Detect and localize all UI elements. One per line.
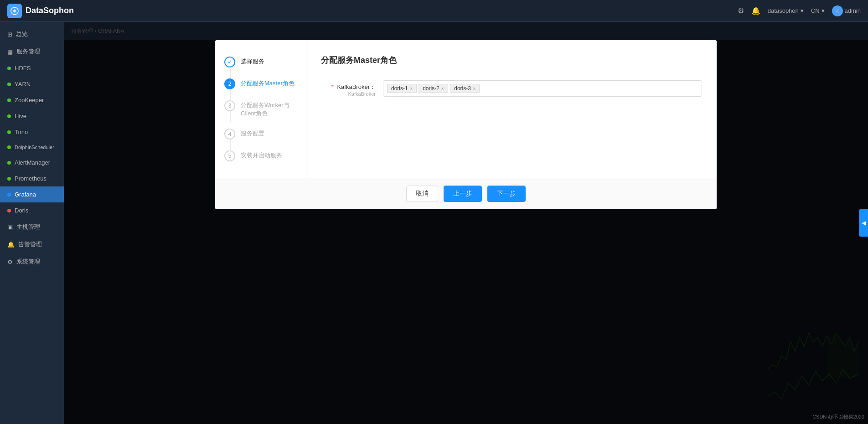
sidebar-item-alert-mgmt[interactable]: 🔔 告警管理 [0, 236, 64, 253]
overview-label: 总览 [16, 30, 28, 38]
sidebar-item-host-mgmt[interactable]: ▣ 主机管理 [0, 218, 64, 236]
admin-user[interactable]: A admin [832, 5, 861, 16]
step-1-label: 选择服务 [241, 57, 264, 66]
modal-footer: 取消 上一步 下一步 [215, 178, 717, 209]
doris-label: Doris [15, 207, 28, 214]
service-mgmt-label: 服务管理 [16, 47, 40, 56]
step-4-num: 4 [224, 129, 235, 140]
wizard-step-4: 4 服务配置 [215, 123, 306, 145]
host-mgmt-label: 主机管理 [16, 223, 40, 231]
required-star: * [331, 83, 334, 90]
modal-overlay: ✓ 选择服务 2 分配服务Master角色 3 [64, 22, 868, 424]
sidebar-item-hdfs[interactable]: HDFS [0, 60, 64, 76]
form-row-kafkabroker: * KafkaBroker： KafkaBroker doris-1 × [321, 80, 702, 97]
wizard-steps: ✓ 选择服务 2 分配服务Master角色 3 [215, 40, 306, 178]
alert-mgmt-icon: 🔔 [7, 241, 15, 248]
zookeeper-label: ZooKeeper [15, 97, 44, 103]
step-2-num: 2 [224, 78, 235, 89]
watermark: CSDN @不以物喜2020 [812, 414, 864, 420]
sidebar-item-yarn[interactable]: YARN [0, 76, 64, 92]
step-2-label: 分配服务Master角色 [241, 78, 294, 88]
brand-logo: DataSophon [7, 4, 74, 18]
trino-status-dot [7, 130, 11, 134]
right-panel-toggle[interactable]: ◀ [859, 209, 868, 237]
prometheus-status-dot [7, 177, 11, 181]
field-sublabel-text: KafkaBroker [321, 91, 376, 97]
tag-input[interactable]: doris-1 × doris-2 × doris-3 × [383, 80, 702, 97]
hdfs-status-dot [7, 67, 11, 70]
wizard-step-1: ✓ 选择服务 [215, 51, 306, 73]
navbar: DataSophon ⚙ 🔔 datasophon ▾ CN ▾ A admin [0, 0, 868, 22]
prometheus-label: Prometheus [15, 175, 46, 182]
step-3-connector [230, 111, 231, 122]
modal-dialog: ✓ 选择服务 2 分配服务Master角色 3 [215, 40, 717, 209]
wizard-step-5: 5 安装并启动服务 [215, 145, 306, 167]
sidebar-item-hive[interactable]: Hive [0, 108, 64, 124]
zookeeper-status-dot [7, 98, 11, 102]
sidebar-item-grafana[interactable]: Grafana [0, 186, 64, 202]
trino-label: Trino [15, 129, 28, 135]
modal-title: 分配服务Master角色 [321, 55, 702, 66]
dolphin-status-dot [7, 145, 11, 149]
sidebar-item-alertmanager[interactable]: AlertManager [0, 155, 64, 171]
sidebar-item-dolphinscheduler[interactable]: DolphinScheduler [0, 140, 64, 155]
tag-close-2[interactable]: × [441, 86, 444, 91]
content-area: 服务管理 / GRAFANA ✓ 选择服务 [64, 22, 868, 424]
wizard-content: 分配服务Master角色 * KafkaBroker： KafkaBroker … [306, 40, 717, 178]
toggle-icon: ◀ [862, 220, 866, 226]
hive-status-dot [7, 114, 11, 118]
settings-icon[interactable]: ⚙ [738, 6, 744, 15]
next-button[interactable]: 下一步 [487, 186, 526, 202]
tag-label-2: doris-2 [423, 85, 439, 92]
tag-label-3: doris-3 [454, 85, 471, 92]
wizard-step-2: 2 分配服务Master角色 [215, 73, 306, 95]
tag-close-1[interactable]: × [410, 86, 413, 91]
admin-avatar: A [832, 5, 843, 16]
grafana-status-dot [7, 193, 11, 196]
alert-mgmt-label: 告警管理 [18, 240, 42, 248]
tag-doris-2: doris-2 × [418, 84, 448, 93]
overview-icon: ⊞ [7, 31, 12, 38]
step-1-num: ✓ [224, 57, 235, 67]
sidebar: ⊞ 总览 ▦ 服务管理 HDFS YARN ZooKeeper Hive Tri… [0, 22, 64, 424]
sidebar-item-doris[interactable]: Doris [0, 202, 64, 218]
tag-close-3[interactable]: × [473, 86, 475, 91]
lang-chevron: ▾ [822, 7, 825, 14]
lang-selector[interactable]: CN ▾ [811, 7, 825, 14]
tag-label-1: doris-1 [391, 85, 408, 92]
sidebar-item-system-mgmt[interactable]: ⚙ 系统管理 [0, 253, 64, 270]
system-mgmt-icon: ⚙ [7, 259, 13, 265]
tag-doris-3: doris-3 × [450, 84, 480, 93]
sidebar-item-zookeeper[interactable]: ZooKeeper [0, 92, 64, 108]
logo-icon [7, 4, 22, 18]
datasophon-user[interactable]: datasophon ▾ [768, 7, 804, 14]
yarn-status-dot [7, 83, 11, 86]
step-3-label: 分配服务Worker与Client角色 [241, 100, 297, 118]
doris-status-dot [7, 209, 11, 212]
service-mgmt-icon: ▦ [7, 48, 13, 55]
sidebar-item-trino[interactable]: Trino [0, 124, 64, 140]
tag-doris-1: doris-1 × [387, 84, 417, 93]
field-label-text: KafkaBroker： [337, 83, 376, 90]
sidebar-item-service-mgmt[interactable]: ▦ 服务管理 [0, 43, 64, 60]
hdfs-label: HDFS [15, 65, 31, 72]
step-3-num: 3 [224, 100, 235, 111]
dolphin-label: DolphinScheduler [15, 145, 54, 150]
navbar-right: ⚙ 🔔 datasophon ▾ CN ▾ A admin [738, 5, 861, 16]
main-layout: ⊞ 总览 ▦ 服务管理 HDFS YARN ZooKeeper Hive Tri… [0, 22, 868, 424]
sidebar-item-overview[interactable]: ⊞ 总览 [0, 26, 64, 43]
form-label-kafkabroker: * KafkaBroker： KafkaBroker [321, 80, 376, 97]
bell-icon[interactable]: 🔔 [751, 6, 760, 15]
yarn-label: YARN [15, 81, 31, 88]
step-4-label: 服务配置 [241, 129, 264, 138]
prev-button[interactable]: 上一步 [444, 186, 482, 202]
grafana-label: Grafana [15, 191, 36, 198]
cancel-button[interactable]: 取消 [406, 186, 438, 202]
hive-label: Hive [15, 113, 26, 119]
step-5-label: 安装并启动服务 [241, 150, 282, 160]
alertmanager-label: AlertManager [15, 159, 50, 166]
modal-body: ✓ 选择服务 2 分配服务Master角色 3 [215, 40, 717, 178]
system-mgmt-label: 系统管理 [16, 258, 40, 266]
sidebar-item-prometheus[interactable]: Prometheus [0, 171, 64, 186]
admin-label: admin [845, 7, 861, 14]
